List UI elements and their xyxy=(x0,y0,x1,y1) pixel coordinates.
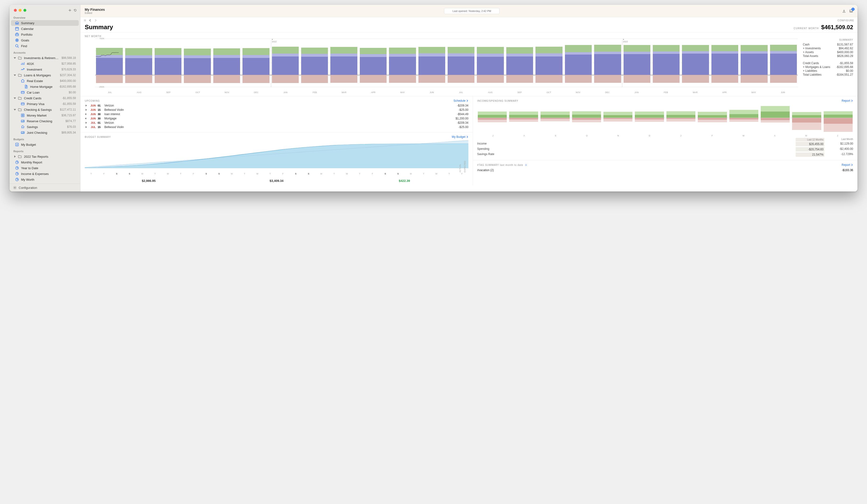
tag-summary-link[interactable]: Report xyxy=(842,163,853,167)
disclosure-triangle-icon[interactable] xyxy=(13,97,16,99)
account-group[interactable]: Checking & Savings $127,472.11 xyxy=(11,107,79,112)
net-worth-bar[interactable] xyxy=(213,39,241,87)
net-worth-bar[interactable] xyxy=(740,39,768,87)
upcoming-payee: Mortgage xyxy=(104,117,453,120)
net-worth-bar[interactable] xyxy=(711,39,739,87)
net-worth-bar[interactable] xyxy=(535,39,563,87)
upcoming-row[interactable]: JUN 30 loan interest -$544.49 xyxy=(85,112,469,116)
content-scroll[interactable]: Summary CURRENT WORTH $461,509.02 NET WO… xyxy=(81,22,857,192)
upcoming-amount: -$544.49 xyxy=(457,112,468,116)
sidebar-item-report[interactable]: Monthly Report xyxy=(11,159,79,165)
trend-icon xyxy=(21,67,25,72)
account-row[interactable]: Home Mortgage -$162,695.68 xyxy=(11,84,79,89)
income-spending-chart[interactable]: JASONDJFMAMJ xyxy=(477,104,853,137)
net-worth-bar[interactable] xyxy=(447,39,475,87)
net-worth-bar[interactable] xyxy=(564,39,592,87)
minimize-window-button[interactable] xyxy=(19,9,22,12)
net-worth-bar[interactable] xyxy=(418,39,446,87)
sidebar-scroll[interactable]: Overview Summary Calendar Portfolio Goal… xyxy=(10,14,80,184)
net-worth-bar[interactable] xyxy=(769,39,798,87)
account-group[interactable]: Credit Cards -$1,855.59 xyxy=(11,95,79,101)
search-icon xyxy=(15,44,19,48)
net-worth-bar[interactable] xyxy=(505,39,534,87)
add-icon[interactable] xyxy=(68,9,72,12)
account-row[interactable]: Joint Checking $89,805.34 xyxy=(11,130,79,136)
account-row[interactable]: 401K $27,958.85 xyxy=(11,61,79,66)
svg-rect-0 xyxy=(15,28,19,30)
upcoming-row[interactable]: JUL 15 Bellwood Violin -$25.00 xyxy=(85,125,469,129)
net-worth-bar[interactable] xyxy=(125,39,153,87)
account-row[interactable]: Investment $70,629.33 xyxy=(11,66,79,72)
sidebar-section-overview: Overview xyxy=(10,14,80,20)
account-row[interactable]: Car Loan $0.00 xyxy=(11,89,79,95)
net-worth-bar[interactable] xyxy=(300,39,329,87)
status-pill[interactable]: Last opened: Yesterday, 2:42 PM xyxy=(444,8,499,14)
sidebar-toggle-icon[interactable] xyxy=(84,19,87,22)
configure-button[interactable]: CONFIGURE xyxy=(837,19,854,22)
account-group[interactable]: Loans & Mortgages $237,304.32 xyxy=(11,72,79,78)
sidebar-item-calendar[interactable]: Calendar xyxy=(11,26,79,32)
account-row[interactable]: Primary Visa -$1,855.59 xyxy=(11,101,79,107)
sidebar-item-report[interactable]: Income & Expenses xyxy=(11,171,79,176)
net-worth-bar[interactable] xyxy=(183,39,211,87)
arrow-icon xyxy=(85,117,87,120)
download-icon[interactable] xyxy=(842,9,846,13)
upcoming-schedule-link[interactable]: Schedule xyxy=(453,99,469,103)
folder-icon xyxy=(18,73,22,77)
sidebar-item-report[interactable]: Year to Date xyxy=(11,165,79,171)
sidebar-item-portfolio[interactable]: Portfolio xyxy=(11,32,79,37)
app-window: Overview Summary Calendar Portfolio Goal… xyxy=(10,5,857,192)
sidebar-item-budget[interactable]: My Budget xyxy=(11,142,79,148)
disclosure-triangle-icon[interactable] xyxy=(13,155,16,158)
sidebar-item-find[interactable]: Find xyxy=(11,43,79,49)
account-row[interactable]: Savings $76.03 xyxy=(11,124,79,130)
sidebar-item-report[interactable]: My Worth xyxy=(11,176,79,182)
net-worth-chart[interactable]: 750K500K250K0-250K xyxy=(85,39,799,94)
account-amount: -$162,695.68 xyxy=(59,85,76,88)
upcoming-row[interactable]: JUN 01 Verizon -$209.34 xyxy=(85,104,469,108)
gear-icon[interactable] xyxy=(525,164,527,166)
account-row[interactable]: Money Market $36,715.97 xyxy=(11,112,79,118)
net-worth-bar[interactable] xyxy=(271,39,299,87)
sidebar-item-report[interactable]: 2022 Tax Reports xyxy=(11,154,79,159)
net-worth-bar[interactable] xyxy=(623,39,651,87)
net-worth-bar[interactable] xyxy=(476,39,504,87)
sidebar-item-label: Summary xyxy=(21,21,76,25)
account-row[interactable]: Reserve Checking $874.77 xyxy=(11,118,79,124)
forward-button[interactable] xyxy=(94,19,97,22)
back-button[interactable] xyxy=(88,19,92,22)
tag-row[interactable]: #vacation (2)-$193.36 xyxy=(477,168,853,173)
upcoming-row[interactable]: JUN 15 Bellwood Violin -$25.00 xyxy=(85,108,469,112)
close-window-button[interactable] xyxy=(14,9,17,12)
account-group[interactable]: Investments & Retirement $98,588.18 xyxy=(11,55,79,61)
account-row[interactable]: Real Estate $400,000.00 xyxy=(11,78,79,84)
net-worth-bar[interactable] xyxy=(593,39,622,87)
budget-val-expected: $3,409.34 xyxy=(213,179,340,183)
is-table-row: Savings Rate21.547%-12.729% xyxy=(477,152,853,157)
zoom-window-button[interactable] xyxy=(23,9,26,12)
sidebar-item-goals[interactable]: Goals xyxy=(11,37,79,43)
upcoming-row[interactable]: JUL 01 Verizon -$209.34 xyxy=(85,121,469,125)
budget-link[interactable]: My Budget xyxy=(452,135,468,139)
disclosure-triangle-icon[interactable] xyxy=(13,74,16,77)
refresh-icon[interactable] xyxy=(74,9,77,12)
net-worth-bar[interactable] xyxy=(359,39,387,87)
income-spending-link[interactable]: Report xyxy=(842,99,853,103)
disclosure-triangle-icon[interactable] xyxy=(13,56,16,60)
house-icon xyxy=(21,79,25,83)
upcoming-payee: loan interest xyxy=(104,112,455,116)
net-worth-bar[interactable] xyxy=(242,39,270,87)
sidebar-item-summary[interactable]: Summary xyxy=(11,20,79,26)
net-worth-bar[interactable] xyxy=(330,39,358,87)
sidebar-configuration[interactable]: Configuration xyxy=(10,184,80,192)
net-worth-bar[interactable] xyxy=(388,39,417,87)
disclosure-triangle-icon[interactable] xyxy=(13,108,16,111)
net-worth-bar[interactable] xyxy=(681,39,709,87)
panel-upcoming: UPCOMING Schedule JUN 01 Verizon -$209.3… xyxy=(81,96,473,132)
upcoming-row[interactable]: JUN 30 Mortgage $1,200.00 xyxy=(85,116,469,121)
budget-chart[interactable]: TFSSMTWTFSSMTWTFSSMTWTFSSMTWTFACTUAL EXP… xyxy=(85,140,469,183)
inbox-icon[interactable]: 5 xyxy=(849,9,853,13)
net-worth-bar[interactable] xyxy=(154,39,182,87)
net-worth-bar[interactable] xyxy=(652,39,680,87)
account-group-label: Credit Cards xyxy=(24,96,60,100)
